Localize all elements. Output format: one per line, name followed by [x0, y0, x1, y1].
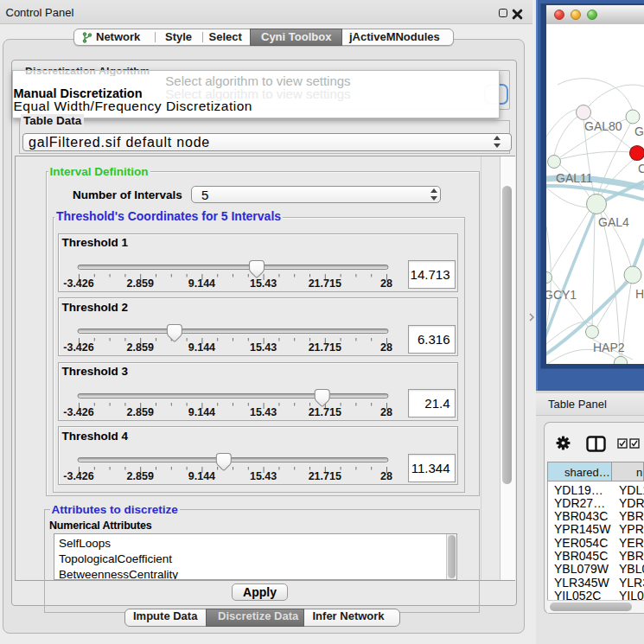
svg-text:GCY1: GCY1: [544, 288, 577, 302]
svg-text:GAL11: GAL11: [556, 171, 593, 185]
svg-text:C: C: [638, 162, 644, 175]
svg-text:GAL80: GAL80: [584, 119, 622, 133]
svg-text:HAP2: HAP2: [593, 341, 625, 354]
svg-text:H: H: [635, 287, 644, 301]
svg-text:GAL4: GAL4: [598, 215, 629, 229]
svg-text:GA: GA: [634, 124, 644, 138]
